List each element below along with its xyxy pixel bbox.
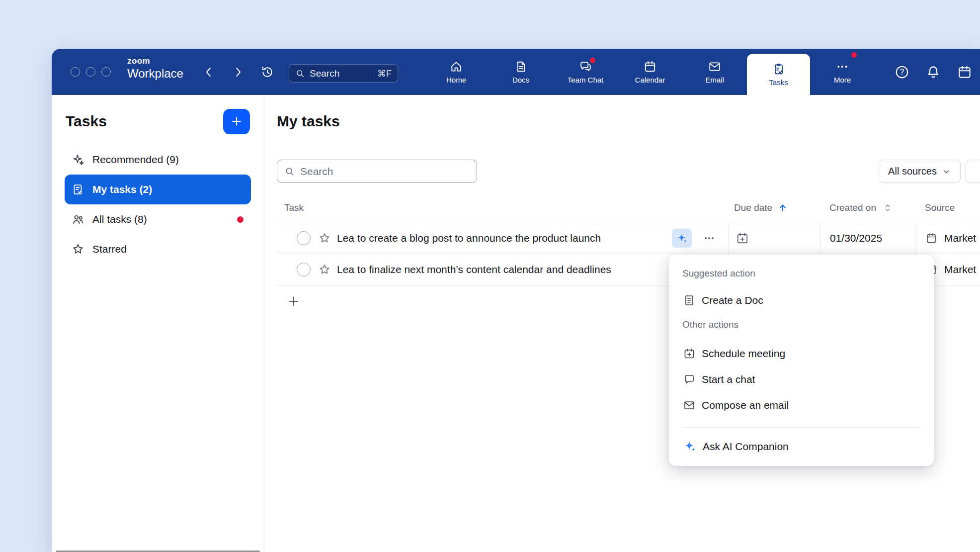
- logo-zoom-text: zoom: [127, 57, 183, 65]
- menu-item-schedule-meeting[interactable]: Schedule meeting: [682, 341, 920, 367]
- column-header-created-on[interactable]: Created on: [820, 202, 916, 213]
- notifications-bell-button[interactable]: [926, 65, 941, 80]
- tab-home[interactable]: Home: [424, 49, 489, 95]
- topbar-actions: ?: [895, 49, 972, 95]
- sparkle-icon: [72, 153, 84, 166]
- window-maximize-button[interactable]: [101, 67, 111, 77]
- menu-section-label: Other actions: [682, 318, 920, 332]
- history-button[interactable]: [260, 65, 274, 79]
- tab-tasks-label: Tasks: [769, 79, 788, 86]
- plus-icon: [230, 115, 243, 128]
- all-tasks-badge: [237, 216, 244, 223]
- task-complete-radio[interactable]: [297, 263, 311, 276]
- task-title: Lea to finalize next month’s content cal…: [337, 264, 611, 276]
- tab-email[interactable]: Email: [682, 49, 747, 95]
- window-close-button[interactable]: [71, 67, 80, 77]
- menu-section-label: Suggested action: [682, 267, 920, 280]
- ai-companion-icon: [683, 440, 696, 453]
- source-cell: Market: [916, 223, 980, 253]
- column-header-due-date[interactable]: Due date: [729, 202, 820, 213]
- sidebar-header: Tasks: [66, 108, 250, 134]
- window-minimize-button[interactable]: [86, 67, 95, 77]
- docs-icon: [514, 60, 527, 73]
- tab-calendar-label: Calendar: [635, 76, 665, 84]
- global-search-placeholder: Search: [310, 68, 371, 79]
- tasks-icon: [772, 63, 785, 76]
- task-row-1[interactable]: Lea to create a blog post to announce th…: [277, 223, 980, 253]
- forward-button[interactable]: [231, 65, 245, 79]
- ellipsis-icon: [703, 232, 715, 244]
- tasks-badge: [851, 52, 857, 58]
- due-date-cell[interactable]: [729, 223, 820, 253]
- sidebar-item-label: All tasks (8): [92, 213, 147, 225]
- chevron-left-icon: [202, 65, 216, 79]
- menu-item-label: Create a Doc: [702, 294, 763, 306]
- menu-item-label: Start a chat: [702, 373, 755, 385]
- menu-item-start-chat[interactable]: Start a chat: [682, 367, 920, 392]
- team-chat-badge: [590, 58, 595, 63]
- calendar-quick-button[interactable]: [957, 65, 972, 80]
- sidebar-item-label: My tasks (2): [92, 184, 152, 195]
- chevron-down-icon: [941, 167, 951, 177]
- new-task-button[interactable]: [223, 109, 250, 134]
- task-complete-radio[interactable]: [297, 231, 311, 245]
- primary-nav: Home Docs Team Chat: [424, 49, 875, 95]
- tab-calendar[interactable]: Calendar: [618, 49, 682, 95]
- sidebar-item-label: Recommended (9): [92, 154, 179, 166]
- envelope-icon: [683, 399, 695, 411]
- menu-item-create-doc[interactable]: Create a Doc: [682, 287, 920, 313]
- task-search-input[interactable]: [300, 166, 470, 178]
- page-title: My tasks: [277, 113, 340, 130]
- clipped-filter-button[interactable]: [966, 160, 980, 183]
- sidebar-item-my-tasks[interactable]: My tasks (2): [65, 175, 251, 204]
- menu-item-label: Compose an email: [702, 399, 789, 411]
- created-on-cell: 01/30/2025: [820, 223, 916, 253]
- email-icon: [708, 60, 721, 73]
- more-icon: [836, 60, 849, 73]
- source-name: Market: [944, 264, 976, 276]
- add-task-plus-icon[interactable]: [287, 294, 301, 308]
- column-header-source[interactable]: Source: [916, 202, 980, 213]
- back-button[interactable]: [202, 65, 216, 79]
- search-icon: [284, 166, 295, 177]
- chat-bubble-icon: [683, 373, 695, 385]
- tab-email-label: Email: [705, 76, 724, 84]
- doc-icon: [683, 294, 695, 306]
- menu-item-ask-ai-companion[interactable]: Ask AI Companion: [682, 434, 920, 460]
- menu-item-label: Ask AI Companion: [703, 441, 789, 453]
- help-button[interactable]: ?: [895, 65, 909, 80]
- star-icon[interactable]: [318, 263, 331, 276]
- sort-ascending-icon[interactable]: [777, 202, 788, 213]
- sidebar-item-all-tasks[interactable]: All tasks (8): [65, 204, 251, 234]
- sidebar-item-starred[interactable]: Starred: [65, 234, 251, 264]
- star-icon[interactable]: [318, 232, 331, 245]
- tab-docs-label: Docs: [512, 76, 529, 84]
- tab-more[interactable]: More: [810, 49, 875, 95]
- history-icon: [260, 65, 274, 79]
- source-icon: [925, 232, 937, 244]
- sidebar-item-recommended[interactable]: Recommended (9): [65, 145, 251, 175]
- tab-more-label: More: [834, 76, 851, 84]
- column-header-task[interactable]: Task: [277, 202, 729, 213]
- tab-home-label: Home: [446, 76, 466, 84]
- sidebar-item-label: Starred: [92, 243, 127, 255]
- tab-team-chat[interactable]: Team Chat: [553, 49, 618, 95]
- row-more-actions-button[interactable]: [699, 229, 719, 248]
- top-navigation-bar: zoom Workplace Search ⌘F: [52, 49, 980, 95]
- menu-item-compose-email[interactable]: Compose an email: [682, 392, 920, 418]
- people-icon: [72, 213, 84, 226]
- svg-text:?: ?: [900, 68, 904, 76]
- global-search[interactable]: Search ⌘F: [289, 64, 398, 83]
- tab-tasks[interactable]: Tasks: [747, 54, 810, 95]
- source-name: Market: [944, 232, 976, 244]
- search-icon: [295, 69, 305, 79]
- calendar-plus-icon: [683, 348, 695, 360]
- tab-docs[interactable]: Docs: [489, 49, 553, 95]
- sources-filter-dropdown[interactable]: All sources: [879, 160, 961, 183]
- sidebar-menu: Recommended (9) My tasks (2): [65, 145, 251, 264]
- task-search[interactable]: [277, 160, 477, 183]
- sort-toggle-icon[interactable]: [882, 202, 893, 213]
- add-due-date-icon[interactable]: [736, 232, 749, 245]
- ai-companion-action-button[interactable]: [672, 229, 692, 248]
- task-title: Lea to create a blog post to announce th…: [337, 232, 601, 244]
